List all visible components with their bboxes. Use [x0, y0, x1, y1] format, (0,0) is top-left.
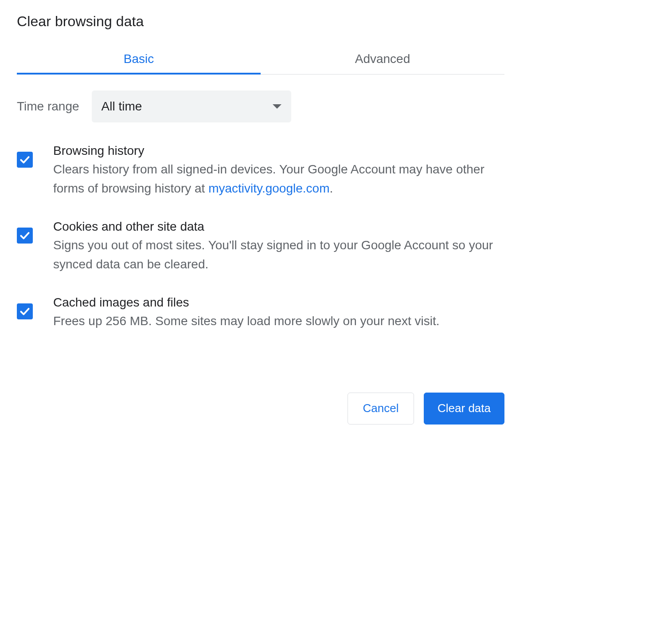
option-cookies: Cookies and other site data Signs you ou…	[17, 220, 504, 274]
options-list: Browsing history Clears history from all…	[17, 144, 504, 330]
time-range-select[interactable]: All time	[92, 90, 291, 122]
checkmark-icon	[19, 306, 31, 317]
myactivity-link[interactable]: myactivity.google.com	[208, 181, 329, 195]
option-desc-suffix: .	[329, 181, 333, 195]
option-title: Cookies and other site data	[53, 220, 504, 234]
clear-data-button[interactable]: Clear data	[424, 393, 504, 425]
time-range-label: Time range	[17, 99, 79, 114]
dialog-actions: Cancel Clear data	[17, 393, 504, 425]
checkbox-cookies[interactable]	[17, 228, 33, 244]
tab-basic[interactable]: Basic	[17, 46, 261, 74]
option-description: Signs you out of most sites. You'll stay…	[53, 236, 504, 274]
checkbox-browsing-history[interactable]	[17, 152, 33, 168]
option-text: Cached images and files Frees up 256 MB.…	[53, 295, 504, 330]
option-text: Cookies and other site data Signs you ou…	[53, 220, 504, 274]
dropdown-caret-icon	[273, 104, 281, 109]
tab-advanced[interactable]: Advanced	[261, 46, 504, 74]
checkbox-cache[interactable]	[17, 303, 33, 319]
option-title: Cached images and files	[53, 295, 504, 310]
option-description: Frees up 256 MB. Some sites may load mor…	[53, 311, 504, 330]
option-cache: Cached images and files Frees up 256 MB.…	[17, 295, 504, 330]
time-range-value: All time	[102, 99, 142, 114]
clear-browsing-data-dialog: Clear browsing data Basic Advanced Time …	[17, 13, 504, 425]
checkmark-icon	[19, 230, 31, 241]
tabs: Basic Advanced	[17, 46, 504, 75]
dialog-title: Clear browsing data	[17, 13, 504, 30]
checkmark-icon	[19, 154, 31, 165]
option-description: Clears history from all signed-in device…	[53, 160, 504, 198]
cancel-button[interactable]: Cancel	[348, 393, 414, 425]
option-browsing-history: Browsing history Clears history from all…	[17, 144, 504, 198]
option-text: Browsing history Clears history from all…	[53, 144, 504, 198]
option-title: Browsing history	[53, 144, 504, 158]
time-range-row: Time range All time	[17, 90, 504, 122]
